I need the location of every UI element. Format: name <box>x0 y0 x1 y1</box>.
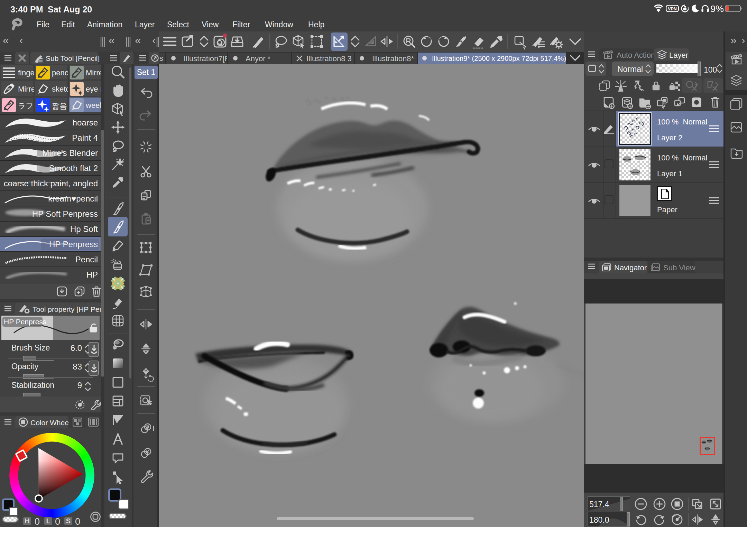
svg-text:VPN: VPN <box>668 7 677 11</box>
